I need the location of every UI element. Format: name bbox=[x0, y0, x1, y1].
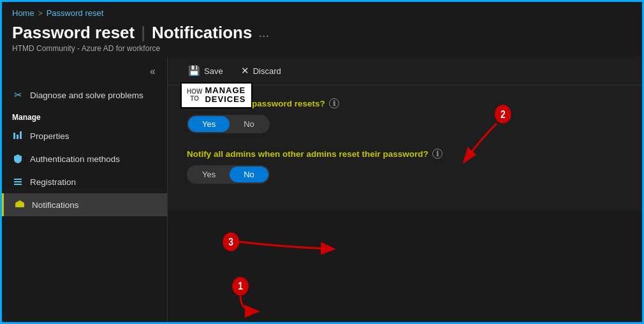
question2-no[interactable]: No bbox=[230, 166, 268, 182]
sidebar-item-diagnose[interactable]: ✂ Diagnose and solve problems bbox=[2, 84, 167, 107]
annotation-number3: 3 bbox=[228, 237, 233, 247]
svg-rect-0 bbox=[13, 133, 15, 139]
content-wrapper: 💾 Save ✕ Discard Notify users on passwor… bbox=[168, 57, 642, 322]
page-subtitle: HTMD Community - Azure AD for workforce bbox=[12, 44, 632, 53]
notification-icon bbox=[14, 199, 26, 210]
breadcrumb-current[interactable]: Password reset bbox=[47, 8, 104, 18]
question1-no[interactable]: No bbox=[230, 116, 268, 132]
properties-icon bbox=[12, 130, 24, 142]
question2-label: Notify all admins when other admins rese… bbox=[187, 149, 623, 159]
svg-rect-5 bbox=[14, 184, 22, 185]
wrench-icon: ✂ bbox=[12, 89, 24, 101]
page-title: Password reset bbox=[12, 23, 135, 43]
sidebar-item-auth[interactable]: Authentication methods bbox=[2, 147, 167, 170]
svg-rect-1 bbox=[17, 135, 18, 139]
question2-info-icon[interactable]: ℹ bbox=[432, 149, 443, 159]
question1-label: Notify users on password resets? ℹ bbox=[187, 98, 623, 108]
svg-rect-6 bbox=[15, 203, 24, 207]
save-button[interactable]: 💾 Save bbox=[180, 62, 231, 80]
form-content: Notify users on password resets? ℹ Yes N… bbox=[168, 85, 642, 212]
annotation-circle1 bbox=[232, 277, 249, 295]
arrow3 bbox=[239, 242, 332, 249]
page-header: Password reset | Notifications ... HTMD … bbox=[2, 20, 642, 57]
svg-marker-7 bbox=[15, 200, 24, 203]
breadcrumb: Home > Password reset bbox=[2, 2, 642, 20]
toolbar: 💾 Save ✕ Discard bbox=[168, 57, 642, 85]
arrow1 bbox=[240, 295, 256, 311]
content-area: 💾 Save ✕ Discard Notify users on passwor… bbox=[168, 57, 642, 212]
question1-toggle: Yes No bbox=[187, 115, 270, 133]
save-label: Save bbox=[204, 66, 223, 76]
collapse-btn[interactable]: « bbox=[2, 62, 167, 84]
properties-label: Properties bbox=[30, 131, 70, 141]
registration-label: Registration bbox=[30, 177, 76, 187]
page-ellipsis[interactable]: ... bbox=[258, 26, 269, 40]
title-separator: | bbox=[141, 23, 145, 43]
sidebar-item-diagnose-label: Diagnose and solve problems bbox=[30, 91, 143, 100]
annotation-circle3 bbox=[223, 232, 239, 251]
discard-label: Discard bbox=[253, 66, 281, 76]
svg-rect-4 bbox=[14, 181, 22, 182]
sidebar: « ✂ Diagnose and solve problems Manage bbox=[2, 57, 168, 322]
page-section: Notifications bbox=[152, 23, 252, 43]
svg-rect-3 bbox=[14, 179, 22, 180]
question1-info-icon[interactable]: ℹ bbox=[329, 98, 339, 108]
collapse-icon[interactable]: « bbox=[146, 64, 159, 78]
notifications-label: Notifications bbox=[32, 200, 79, 210]
breadcrumb-home[interactable]: Home bbox=[12, 8, 34, 18]
question2-toggle: Yes No bbox=[187, 165, 270, 184]
shield-icon bbox=[12, 153, 24, 165]
question2-yes[interactable]: Yes bbox=[188, 166, 230, 182]
svg-rect-2 bbox=[20, 131, 22, 139]
auth-methods-label: Authentication methods bbox=[30, 154, 120, 164]
sidebar-item-properties[interactable]: Properties bbox=[2, 124, 167, 147]
discard-icon: ✕ bbox=[241, 65, 249, 77]
sidebar-section-manage: Manage bbox=[2, 107, 167, 124]
breadcrumb-separator: > bbox=[38, 9, 43, 18]
annotation-number1: 1 bbox=[238, 281, 243, 292]
sidebar-item-registration[interactable]: Registration bbox=[2, 170, 167, 193]
list-icon bbox=[12, 176, 24, 188]
question1-yes[interactable]: Yes bbox=[188, 116, 230, 132]
discard-button[interactable]: ✕ Discard bbox=[233, 62, 289, 80]
sidebar-item-notifications[interactable]: Notifications bbox=[2, 193, 167, 216]
save-icon: 💾 bbox=[188, 65, 200, 77]
